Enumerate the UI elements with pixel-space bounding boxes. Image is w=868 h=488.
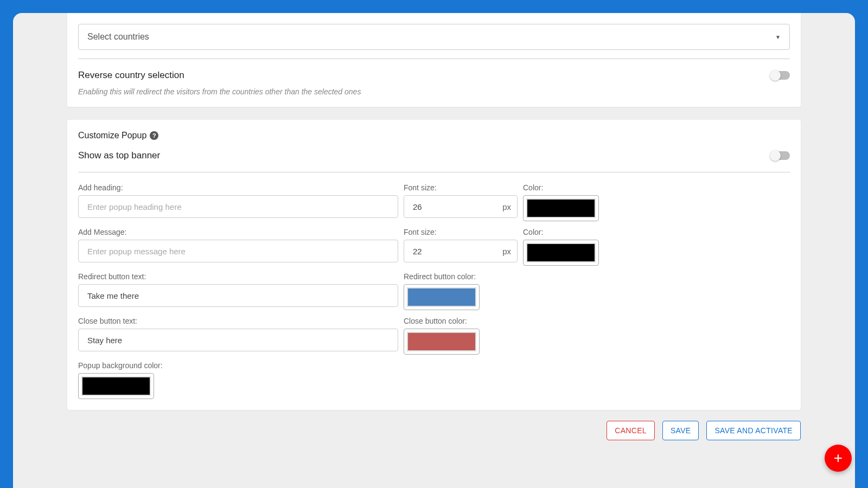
message-input[interactable] — [78, 240, 398, 262]
country-select-placeholder: Select countries — [87, 32, 149, 42]
help-icon[interactable]: ? — [150, 131, 158, 140]
fab-add-button[interactable]: + — [825, 445, 852, 472]
heading-color-swatch[interactable] — [526, 198, 596, 218]
close-color-field: Close button color: — [404, 317, 485, 355]
divider — [78, 59, 790, 59]
px-unit: px — [502, 247, 511, 256]
divider — [78, 172, 790, 172]
message-label: Add Message: — [78, 228, 398, 236]
heading-color-field: Color: — [523, 183, 604, 221]
redirect-color-swatch[interactable] — [407, 287, 476, 307]
redirect-color-field: Redirect button color: — [404, 272, 485, 310]
message-fontsize-input[interactable] — [404, 240, 518, 262]
close-text-field: Close button text: — [78, 317, 398, 355]
reverse-country-toggle[interactable] — [771, 71, 790, 80]
close-text-label: Close button text: — [78, 317, 398, 325]
top-banner-label: Show as top banner — [78, 150, 160, 161]
plus-icon: + — [834, 450, 843, 467]
heading-input[interactable] — [78, 195, 398, 218]
popup-bg-swatch[interactable] — [81, 376, 151, 396]
heading-fontsize-label: Font size: — [404, 183, 518, 192]
action-bar: CANCEL SAVE SAVE AND ACTIVATE — [67, 421, 801, 440]
message-color-field: Color: — [523, 228, 604, 266]
heading-color-label: Color: — [523, 183, 604, 192]
heading-fontsize-field: Font size: px — [404, 183, 518, 218]
reverse-country-label: Reverse country selection — [78, 70, 184, 81]
customize-popup-title-text: Customize Popup — [78, 131, 146, 140]
country-card: Select countries ▼ Reverse country selec… — [67, 13, 801, 107]
popup-bg-label: Popup background color: — [78, 361, 790, 370]
message-fontsize-field: Font size: px — [404, 228, 518, 262]
message-field: Add Message: — [78, 228, 398, 262]
customize-popup-card: Customize Popup ? Show as top banner Add… — [67, 120, 801, 410]
customize-popup-title: Customize Popup ? — [78, 131, 790, 140]
reverse-country-row: Reverse country selection — [78, 68, 790, 83]
close-color-swatch[interactable] — [407, 332, 476, 351]
heading-field: Add heading: — [78, 183, 398, 218]
message-color-swatch[interactable] — [526, 243, 596, 262]
message-fontsize-label: Font size: — [404, 228, 518, 236]
close-color-label: Close button color: — [404, 317, 485, 325]
reverse-country-help: Enabling this will redirect the visitors… — [78, 87, 790, 96]
redirect-text-field: Redirect button text: — [78, 272, 398, 310]
redirect-color-label: Redirect button color: — [404, 272, 485, 281]
popup-bg-field: Popup background color: — [78, 361, 790, 399]
caret-down-icon: ▼ — [775, 34, 781, 40]
message-color-label: Color: — [523, 228, 604, 236]
cancel-button[interactable]: CANCEL — [607, 421, 655, 440]
heading-label: Add heading: — [78, 183, 398, 192]
px-unit: px — [502, 202, 511, 211]
top-banner-toggle[interactable] — [771, 151, 790, 160]
redirect-text-label: Redirect button text: — [78, 272, 398, 281]
save-activate-button[interactable]: SAVE AND ACTIVATE — [706, 421, 801, 440]
country-select[interactable]: Select countries ▼ — [78, 24, 790, 50]
top-banner-row: Show as top banner — [78, 148, 790, 163]
close-text-input[interactable] — [78, 329, 398, 351]
redirect-text-input[interactable] — [78, 284, 398, 307]
heading-fontsize-input[interactable] — [404, 195, 518, 218]
save-button[interactable]: SAVE — [662, 421, 699, 440]
